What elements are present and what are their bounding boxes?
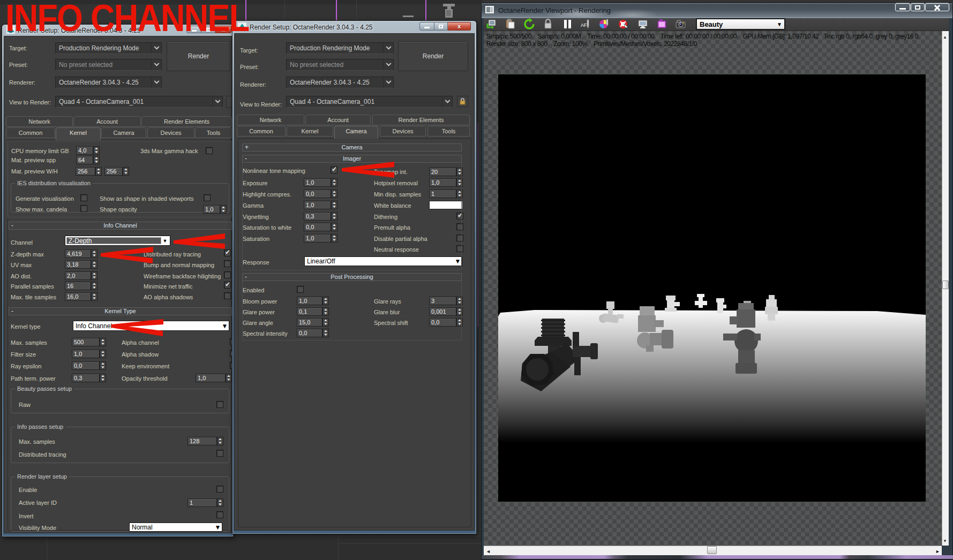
svg-text:AF: AF (581, 22, 587, 28)
